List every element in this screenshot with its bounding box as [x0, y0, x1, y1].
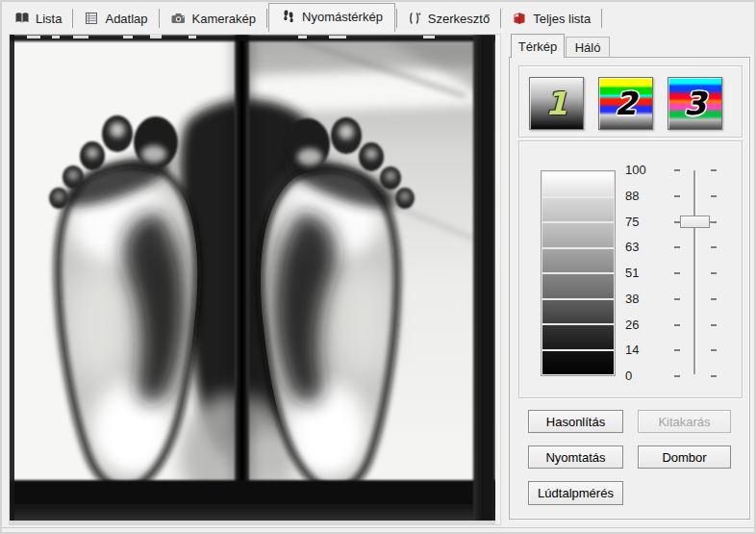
tab-adatlap[interactable]: Adatlap — [74, 7, 157, 32]
colormap-digit: 3 — [684, 88, 706, 119]
tab-separator — [266, 9, 267, 28]
slider-tick — [674, 169, 680, 171]
tab-kamerakep[interactable]: Kamerakép — [161, 7, 265, 32]
slider-tick — [711, 298, 717, 300]
threshold-slider-handle[interactable] — [680, 216, 710, 228]
slider-tick — [674, 324, 680, 326]
slider-tick — [711, 246, 717, 248]
tab-label: Kamerakép — [192, 12, 256, 26]
scale-segment — [542, 249, 614, 273]
slider-tick — [674, 298, 680, 300]
camera-icon — [170, 11, 187, 26]
scale-label: 14 — [625, 343, 658, 357]
scale-label: 38 — [625, 292, 658, 306]
book-icon — [14, 11, 30, 26]
tab-separator — [396, 9, 397, 28]
nyomtatas-button[interactable]: Nyomtatás — [528, 445, 623, 469]
slider-tick — [674, 195, 680, 197]
dombor-button[interactable]: Dombor — [638, 445, 731, 469]
slider-tick — [674, 272, 680, 274]
tab-separator — [601, 9, 602, 28]
colormap-digit: 1 — [545, 88, 567, 119]
threshold-slider-track[interactable] — [693, 170, 696, 374]
tab-label: Lista — [36, 12, 62, 26]
colormap-digit: 2 — [615, 88, 637, 119]
hasonlitas-button[interactable]: Hasonlítás — [528, 410, 623, 433]
scale-segment — [542, 172, 614, 196]
tab-nyomasterkep[interactable]: Nyomástérkép — [268, 3, 395, 32]
tab-separator — [159, 9, 160, 28]
tab-label: Teljes lista — [533, 12, 591, 26]
slider-tick — [711, 349, 717, 351]
side-tab-halo[interactable]: Háló — [566, 37, 610, 57]
kitakaras-button: Kitakarás — [638, 410, 731, 433]
scale-segment — [542, 300, 614, 324]
slider-tick — [711, 375, 717, 377]
scale-label: 0 — [625, 369, 658, 383]
scale-label: 51 — [625, 266, 658, 280]
tab-lista[interactable]: Lista — [5, 7, 71, 32]
tab-teljes-lista[interactable]: Teljes lista — [502, 7, 600, 32]
feet-pressure-image — [10, 35, 500, 524]
colormap-button-grayscale[interactable]: 1 — [529, 77, 584, 130]
tab-label: Adatlap — [105, 12, 147, 26]
colormap-button-spectrum[interactable]: 3 — [668, 77, 722, 130]
editor-icon — [408, 11, 422, 26]
slider-tick — [711, 272, 717, 274]
scale-label: 26 — [625, 318, 658, 332]
scale-segment — [542, 223, 614, 247]
podoscope-photo[interactable] — [10, 35, 500, 524]
scale-segment — [542, 325, 614, 349]
tab-label: Nyomástérkép — [302, 10, 383, 24]
gray-scale-bar — [541, 170, 616, 376]
scale-label: 100 — [625, 163, 658, 177]
footprints-icon — [281, 9, 296, 24]
tab-label: Szerkesztő — [428, 12, 490, 26]
scale-segment — [542, 274, 614, 298]
side-tab-label: Háló — [575, 40, 601, 55]
slider-tick — [674, 375, 680, 377]
scale-label: 63 — [625, 240, 658, 254]
scale-segment — [542, 351, 614, 375]
tab-separator — [72, 9, 73, 28]
slider-tick — [674, 246, 680, 248]
scale-label: 88 — [625, 189, 658, 203]
app-window: Lista Adatlap Kamerakép Nyomástérkép Sze… — [0, 0, 756, 534]
scale-segment — [542, 198, 614, 222]
scale-label: 75 — [625, 215, 658, 229]
side-tab-label: Térkép — [518, 39, 557, 54]
slider-tick — [711, 324, 717, 326]
slider-tick — [711, 195, 717, 197]
window-bottom-strip — [2, 527, 754, 534]
side-tab-terkep[interactable]: Térkép — [511, 34, 565, 58]
colormap-button-rainbow[interactable]: 2 — [598, 77, 653, 130]
main-tabbar: Lista Adatlap Kamerakép Nyomástérkép Sze… — [5, 4, 603, 32]
slider-tick — [711, 169, 717, 171]
red-book-icon — [512, 11, 527, 26]
tab-separator — [500, 9, 501, 28]
ludtalpmeres-button[interactable]: Lúdtalpmérés — [528, 481, 623, 505]
tab-szerkeszto[interactable]: Szerkesztő — [398, 7, 499, 32]
datasheet-icon — [84, 11, 99, 26]
slider-tick — [674, 349, 680, 351]
